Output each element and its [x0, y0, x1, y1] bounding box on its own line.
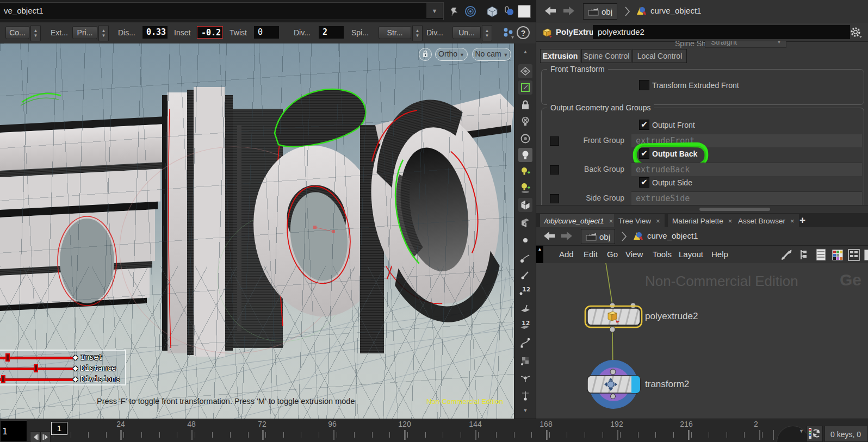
menu-layout[interactable]: Layout — [679, 250, 703, 259]
ortho-view-button[interactable]: Ortho ▼ — [435, 48, 468, 61]
scroll-up-icon[interactable]: ▲ — [518, 45, 532, 59]
cube-display-icon[interactable] — [485, 4, 499, 18]
menu-go[interactable]: Go — [607, 250, 618, 259]
close-icon[interactable]: × — [790, 215, 795, 227]
gear-icon[interactable] — [850, 26, 863, 39]
lock-icon[interactable] — [518, 98, 532, 112]
high-quality-light-shadow-icon[interactable] — [518, 180, 532, 195]
output-side-checkbox[interactable]: ✔ — [639, 177, 649, 188]
uniform-combo[interactable]: Un... — [452, 26, 481, 39]
output-front-checkbox[interactable]: ✔ — [639, 120, 649, 130]
hud-handle[interactable] — [34, 364, 38, 372]
collision-spinner[interactable]: ▲▼ — [30, 25, 41, 41]
back-group-toggle[interactable] — [550, 165, 559, 175]
high-quality-light-icon[interactable] — [518, 164, 532, 178]
distance-field[interactable]: 0.33 — [142, 26, 168, 39]
param-hscrollbar[interactable] — [536, 205, 868, 213]
presets-icon[interactable] — [501, 26, 516, 42]
add-tab-button[interactable]: + — [799, 214, 805, 226]
breadcrumb-obj[interactable]: obj — [583, 3, 617, 20]
front-group-toggle[interactable] — [550, 136, 559, 146]
transform-extruded-front-checkbox[interactable] — [639, 80, 649, 90]
camera-select-button[interactable]: No cam ▼ — [472, 48, 511, 61]
pin-icon[interactable] — [447, 4, 461, 18]
close-icon[interactable]: × — [728, 215, 733, 227]
help-icon[interactable]: ? — [517, 26, 530, 39]
side-group-field[interactable]: extrudeSide — [631, 191, 862, 205]
node-graph[interactable] — [536, 263, 868, 419]
tab-obj-curve-object1[interactable]: /obj/curve_object1× — [540, 214, 617, 227]
primitive-combo[interactable]: Pri... — [72, 26, 97, 39]
hud-slider-distance[interactable]: ◆ Distance — [0, 364, 125, 373]
forward-arrow-icon[interactable] — [562, 6, 575, 17]
menu-help[interactable]: Help — [711, 250, 728, 259]
node-label-transform2[interactable]: transform2 — [645, 379, 689, 390]
uniform-spinner[interactable]: ▲▼ — [482, 25, 492, 41]
network-grid-icon[interactable] — [847, 248, 860, 262]
display-options-icon[interactable] — [518, 64, 532, 78]
scroll-down-icon[interactable]: ▼ — [518, 403, 532, 418]
breadcrumb-node-label[interactable]: curve_object1 — [650, 6, 701, 15]
secure-selection-icon[interactable] — [518, 80, 532, 95]
tab-asset-browser[interactable]: Asset Browser× — [734, 214, 799, 227]
menu-add[interactable]: Add — [559, 250, 574, 259]
flipbook-render-icon[interactable] — [518, 215, 532, 229]
menu-view[interactable]: View — [625, 250, 643, 259]
light-off-icon[interactable] — [518, 114, 532, 128]
point-numbers-icon[interactable]: 12 — [518, 284, 532, 298]
clipped-toolbar-icon[interactable] — [864, 248, 868, 262]
profile-curve-icon[interactable] — [518, 336, 532, 350]
divisions-field[interactable]: 2 — [319, 26, 344, 39]
point-marker-icon[interactable] — [518, 235, 532, 249]
texture-checker-icon[interactable] — [518, 353, 532, 368]
scene-viewport[interactable]: Ortho ▼ No cam ▼ ◆ Inset ◆ Distance ◆ Di… — [0, 43, 514, 419]
clipped-param-combo[interactable]: Straight ▼ — [705, 41, 786, 48]
spine-spinner[interactable]: ▲▼ — [412, 25, 423, 41]
forward-arrow-icon[interactable] — [560, 231, 573, 242]
lock-camera-icon[interactable] — [419, 48, 432, 61]
tab-local-control[interactable]: Local Control — [633, 49, 687, 63]
step-back-button[interactable] — [30, 431, 40, 442]
node-name-field[interactable]: polyextrude2 — [593, 25, 850, 39]
breadcrumb-obj[interactable]: obj — [581, 229, 615, 244]
spine-shape-combo[interactable]: Str... — [379, 26, 411, 39]
chevron-down-icon[interactable]: ▼ — [426, 3, 443, 18]
playbar-options-button[interactable]: ▼ — [777, 426, 809, 442]
point-trail-icon[interactable] — [518, 251, 532, 265]
network-editor-canvas[interactable]: Non-Commercial Edition Ge — [536, 263, 868, 419]
white-square-icon[interactable] — [518, 5, 531, 18]
tab-tree-view[interactable]: Tree View× — [614, 214, 665, 227]
list-view-icon[interactable] — [815, 248, 828, 262]
point-normal-icon[interactable] — [518, 267, 532, 282]
hud-slider-divisions[interactable]: ◆ Divisions — [0, 375, 125, 384]
inset-field[interactable]: -0.2 — [197, 26, 223, 39]
close-icon[interactable]: × — [609, 215, 613, 227]
pane-spine-handle[interactable]: ▲ — [536, 246, 543, 264]
breadcrumb-node-label[interactable]: curve_object1 — [647, 231, 698, 240]
timeline-minor-ticks[interactable] — [51, 432, 774, 438]
menu-tools[interactable]: Tools — [653, 250, 672, 259]
hscroll-thumb[interactable] — [699, 208, 770, 211]
collision-combo[interactable]: Co... — [5, 26, 29, 39]
back-group-field[interactable]: extrudeBack — [631, 163, 862, 176]
tab-extrusion[interactable]: Extrusion — [540, 49, 580, 63]
hud-slider-inset[interactable]: ◆ Inset — [0, 353, 125, 363]
tab-material-palette[interactable]: Material Palette× — [668, 214, 736, 227]
particle-origin-icon[interactable] — [518, 388, 532, 402]
hud-handle[interactable] — [1, 375, 5, 383]
auto-update-icon[interactable] — [807, 426, 823, 442]
menu-edit[interactable]: Edit — [584, 250, 598, 259]
close-icon[interactable]: × — [656, 215, 660, 227]
normal-lighting-icon[interactable] — [518, 148, 532, 162]
tab-spine-control[interactable]: Spine Control — [581, 49, 631, 63]
shapes-display-icon[interactable] — [501, 4, 516, 18]
headlight-icon[interactable] — [518, 132, 532, 146]
side-group-toggle[interactable] — [550, 194, 559, 203]
operation-path-combo[interactable]: ve_object1 ▼ — [0, 2, 444, 20]
color-palette-icon[interactable] — [831, 248, 844, 262]
primitive-spinner[interactable]: ▲▼ — [98, 25, 109, 41]
prim-numbers-icon[interactable]: 12 — [518, 319, 532, 333]
node-label-polyextrude2[interactable]: polyextrude2 — [645, 311, 698, 322]
twist-field[interactable]: 0 — [254, 26, 279, 39]
tools-wrench-icon[interactable] — [780, 248, 794, 262]
